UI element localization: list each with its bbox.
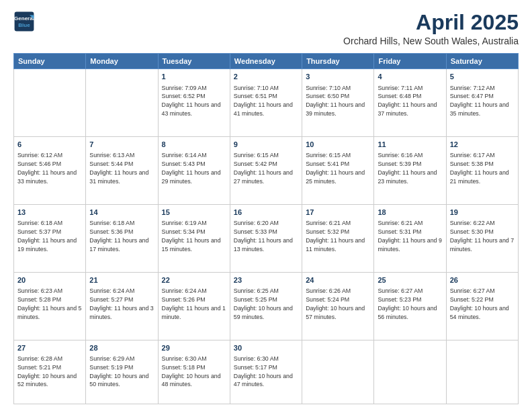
table-row: 12Sunrise: 6:17 AM Sunset: 5:38 PM Dayli…	[446, 137, 518, 205]
cell-info: Sunrise: 7:09 AM Sunset: 6:52 PM Dayligh…	[162, 84, 226, 118]
calendar-week-5: 27Sunrise: 6:28 AM Sunset: 5:21 PM Dayli…	[14, 340, 519, 404]
calendar-week-3: 13Sunrise: 6:18 AM Sunset: 5:37 PM Dayli…	[14, 204, 519, 272]
cell-info: Sunrise: 6:25 AM Sunset: 5:25 PM Dayligh…	[234, 287, 298, 321]
cell-info: Sunrise: 6:28 AM Sunset: 5:21 PM Dayligh…	[17, 355, 82, 389]
table-row: 28Sunrise: 6:29 AM Sunset: 5:19 PM Dayli…	[86, 340, 158, 404]
header-row: Sunday Monday Tuesday Wednesday Thursday…	[14, 54, 519, 69]
table-row: 3Sunrise: 7:10 AM Sunset: 6:50 PM Daylig…	[302, 69, 374, 137]
day-number: 25	[378, 275, 442, 285]
col-friday: Friday	[374, 54, 446, 69]
cell-info: Sunrise: 6:17 AM Sunset: 5:38 PM Dayligh…	[450, 151, 515, 185]
day-number: 19	[450, 208, 515, 218]
col-sunday: Sunday	[14, 54, 86, 69]
cell-info: Sunrise: 6:30 AM Sunset: 5:17 PM Dayligh…	[234, 355, 298, 389]
day-number: 8	[162, 140, 226, 150]
cell-info: Sunrise: 6:27 AM Sunset: 5:23 PM Dayligh…	[378, 287, 442, 321]
table-row: 18Sunrise: 6:21 AM Sunset: 5:31 PM Dayli…	[374, 204, 446, 272]
day-number: 22	[162, 275, 226, 285]
table-row: 20Sunrise: 6:23 AM Sunset: 5:28 PM Dayli…	[14, 272, 86, 340]
table-row: 13Sunrise: 6:18 AM Sunset: 5:37 PM Dayli…	[14, 204, 86, 272]
day-number: 24	[306, 275, 370, 285]
svg-text:Blue: Blue	[18, 22, 30, 28]
table-row: 16Sunrise: 6:20 AM Sunset: 5:33 PM Dayli…	[230, 204, 302, 272]
day-number: 26	[450, 275, 515, 285]
col-tuesday: Tuesday	[158, 54, 230, 69]
table-row	[374, 340, 446, 404]
cell-info: Sunrise: 7:12 AM Sunset: 6:47 PM Dayligh…	[450, 84, 515, 118]
table-row: 21Sunrise: 6:24 AM Sunset: 5:27 PM Dayli…	[86, 272, 158, 340]
day-number: 1	[162, 72, 226, 82]
location: Orchard Hills, New South Wales, Australi…	[343, 36, 519, 46]
table-row: 2Sunrise: 7:10 AM Sunset: 6:51 PM Daylig…	[230, 69, 302, 137]
day-number: 16	[234, 208, 298, 218]
cell-info: Sunrise: 6:21 AM Sunset: 5:32 PM Dayligh…	[306, 219, 370, 253]
day-number: 15	[162, 208, 226, 218]
table-row: 10Sunrise: 6:15 AM Sunset: 5:41 PM Dayli…	[302, 137, 374, 205]
table-row: 19Sunrise: 6:22 AM Sunset: 5:30 PM Dayli…	[446, 204, 518, 272]
cell-info: Sunrise: 6:20 AM Sunset: 5:33 PM Dayligh…	[234, 219, 298, 253]
calendar-week-4: 20Sunrise: 6:23 AM Sunset: 5:28 PM Dayli…	[14, 272, 519, 340]
table-row: 14Sunrise: 6:18 AM Sunset: 5:36 PM Dayli…	[86, 204, 158, 272]
day-number: 17	[306, 208, 370, 218]
table-row	[86, 69, 158, 137]
cell-info: Sunrise: 6:29 AM Sunset: 5:19 PM Dayligh…	[89, 355, 154, 389]
table-row: 8Sunrise: 6:14 AM Sunset: 5:43 PM Daylig…	[158, 137, 230, 205]
cell-info: Sunrise: 6:12 AM Sunset: 5:46 PM Dayligh…	[17, 151, 82, 185]
page: General Blue April 2025 Orchard Hills, N…	[0, 0, 532, 411]
table-row: 26Sunrise: 6:27 AM Sunset: 5:22 PM Dayli…	[446, 272, 518, 340]
day-number: 21	[89, 275, 154, 285]
col-saturday: Saturday	[446, 54, 518, 69]
day-number: 29	[162, 343, 226, 353]
table-row: 24Sunrise: 6:26 AM Sunset: 5:24 PM Dayli…	[302, 272, 374, 340]
day-number: 9	[234, 140, 298, 150]
table-row	[14, 69, 86, 137]
cell-info: Sunrise: 6:16 AM Sunset: 5:39 PM Dayligh…	[378, 151, 442, 185]
title-block: April 2025 Orchard Hills, New South Wale…	[343, 11, 519, 46]
table-row: 23Sunrise: 6:25 AM Sunset: 5:25 PM Dayli…	[230, 272, 302, 340]
cell-info: Sunrise: 6:24 AM Sunset: 5:26 PM Dayligh…	[162, 287, 226, 321]
table-row: 27Sunrise: 6:28 AM Sunset: 5:21 PM Dayli…	[14, 340, 86, 404]
table-row: 5Sunrise: 7:12 AM Sunset: 6:47 PM Daylig…	[446, 69, 518, 137]
day-number: 13	[17, 208, 82, 218]
cell-info: Sunrise: 6:18 AM Sunset: 5:36 PM Dayligh…	[89, 219, 154, 253]
day-number: 3	[306, 72, 370, 82]
day-number: 12	[450, 140, 515, 150]
day-number: 23	[234, 275, 298, 285]
day-number: 4	[378, 72, 442, 82]
month-title: April 2025	[343, 11, 519, 34]
cell-info: Sunrise: 7:10 AM Sunset: 6:51 PM Dayligh…	[234, 84, 298, 118]
day-number: 30	[234, 343, 298, 353]
table-row: 22Sunrise: 6:24 AM Sunset: 5:26 PM Dayli…	[158, 272, 230, 340]
table-row: 6Sunrise: 6:12 AM Sunset: 5:46 PM Daylig…	[14, 137, 86, 205]
table-row: 1Sunrise: 7:09 AM Sunset: 6:52 PM Daylig…	[158, 69, 230, 137]
cell-info: Sunrise: 6:19 AM Sunset: 5:34 PM Dayligh…	[162, 219, 226, 253]
table-row: 17Sunrise: 6:21 AM Sunset: 5:32 PM Dayli…	[302, 204, 374, 272]
col-thursday: Thursday	[302, 54, 374, 69]
cell-info: Sunrise: 6:24 AM Sunset: 5:27 PM Dayligh…	[89, 287, 154, 321]
table-row: 7Sunrise: 6:13 AM Sunset: 5:44 PM Daylig…	[86, 137, 158, 205]
logo-icon: General Blue	[13, 11, 35, 32]
table-row: 29Sunrise: 6:30 AM Sunset: 5:18 PM Dayli…	[158, 340, 230, 404]
day-number: 20	[17, 275, 82, 285]
day-number: 6	[17, 140, 82, 150]
day-number: 2	[234, 72, 298, 82]
day-number: 28	[89, 343, 154, 353]
calendar-table: Sunday Monday Tuesday Wednesday Thursday…	[13, 53, 519, 404]
cell-info: Sunrise: 6:26 AM Sunset: 5:24 PM Dayligh…	[306, 287, 370, 321]
calendar-week-1: 1Sunrise: 7:09 AM Sunset: 6:52 PM Daylig…	[14, 69, 519, 137]
table-row	[302, 340, 374, 404]
day-number: 10	[306, 140, 370, 150]
day-number: 5	[450, 72, 515, 82]
day-number: 14	[89, 208, 154, 218]
header: General Blue April 2025 Orchard Hills, N…	[13, 11, 519, 46]
col-monday: Monday	[86, 54, 158, 69]
day-number: 7	[89, 140, 154, 150]
logo: General Blue	[13, 11, 35, 32]
cell-info: Sunrise: 6:23 AM Sunset: 5:28 PM Dayligh…	[17, 287, 82, 321]
day-number: 11	[378, 140, 442, 150]
cell-info: Sunrise: 6:14 AM Sunset: 5:43 PM Dayligh…	[162, 151, 226, 185]
cell-info: Sunrise: 6:30 AM Sunset: 5:18 PM Dayligh…	[162, 355, 226, 389]
table-row	[446, 340, 518, 404]
day-number: 27	[17, 343, 82, 353]
cell-info: Sunrise: 6:27 AM Sunset: 5:22 PM Dayligh…	[450, 287, 515, 321]
